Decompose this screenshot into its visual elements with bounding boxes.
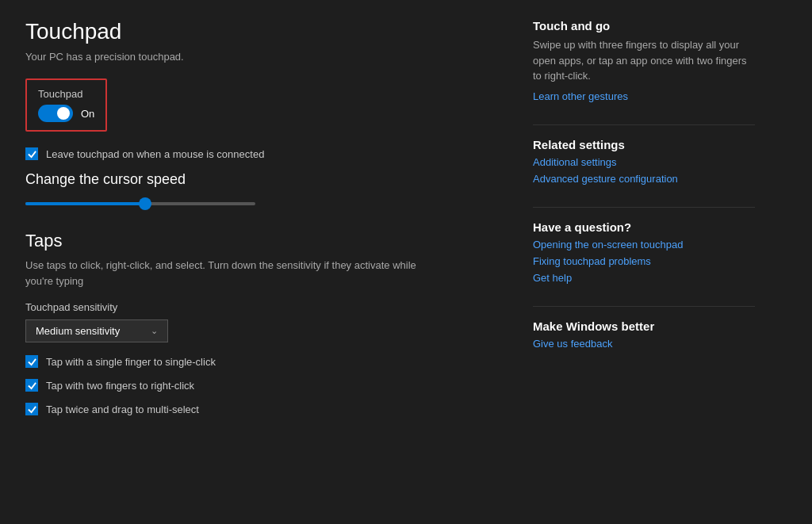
tap-twice-drag-checkbox[interactable]: [25, 403, 38, 415]
cursor-speed-slider-container: [25, 196, 255, 212]
tap-two-fingers-row: Tap with two fingers to right-click: [25, 379, 485, 392]
dropdown-arrow-icon: ⌄: [151, 326, 158, 336]
touch-and-go-description: Swipe up with three fingers to display a…: [533, 37, 755, 84]
taps-section-description: Use taps to click, right-click, and sele…: [25, 258, 422, 289]
slider-track: [25, 202, 255, 205]
touch-and-go-title: Touch and go: [533, 19, 755, 33]
taps-section: Taps Use taps to click, right-click, and…: [25, 231, 485, 415]
have-a-question-title: Have a question?: [533, 220, 755, 234]
sensitivity-label: Touchpad sensitivity: [25, 301, 485, 313]
tap-single-finger-label: Tap with a single finger to single-click: [46, 356, 216, 368]
taps-section-title: Taps: [25, 231, 485, 251]
divider-1: [533, 124, 755, 125]
slider-fill: [25, 202, 145, 205]
give-us-feedback-link[interactable]: Give us feedback: [533, 338, 755, 350]
toggle-thumb: [57, 107, 70, 120]
leave-touchpad-checkbox[interactable]: [25, 147, 38, 160]
additional-settings-link[interactable]: Additional settings: [533, 156, 755, 168]
touchpad-toggle-label: Touchpad: [38, 88, 94, 100]
related-settings-title: Related settings: [533, 138, 755, 151]
make-windows-better-title: Make Windows better: [533, 319, 755, 333]
advanced-gesture-config-link[interactable]: Advanced gesture configuration: [533, 173, 755, 185]
tap-single-finger-checkbox[interactable]: [25, 355, 38, 368]
tap-two-fingers-label: Tap with two fingers to right-click: [46, 380, 194, 392]
opening-on-screen-touchpad-link[interactable]: Opening the on-screen touchpad: [533, 239, 755, 251]
related-settings-section: Related settings Additional settings Adv…: [533, 138, 755, 185]
touch-and-go-section: Touch and go Swipe up with three fingers…: [533, 19, 755, 102]
page-subtitle: Your PC has a precision touchpad.: [25, 51, 485, 63]
touchpad-toggle[interactable]: [38, 105, 73, 122]
sensitivity-selected: Medium sensitivity: [36, 325, 120, 337]
have-a-question-section: Have a question? Opening the on-screen t…: [533, 220, 755, 284]
tap-twice-drag-row: Tap twice and drag to multi-select: [25, 403, 485, 415]
divider-2: [533, 207, 755, 208]
learn-other-gestures-link[interactable]: Learn other gestures: [533, 90, 755, 102]
tap-single-finger-row: Tap with a single finger to single-click: [25, 355, 485, 368]
slider-thumb[interactable]: [139, 197, 151, 210]
cursor-speed-section: Change the cursor speed: [25, 171, 485, 212]
touchpad-toggle-box: Touchpad On: [25, 78, 107, 132]
tap-twice-drag-label: Tap twice and drag to multi-select: [46, 404, 199, 415]
tap-two-fingers-checkbox[interactable]: [25, 379, 38, 392]
divider-3: [533, 306, 755, 307]
cursor-speed-title: Change the cursor speed: [25, 171, 485, 188]
fixing-touchpad-problems-link[interactable]: Fixing touchpad problems: [533, 255, 755, 267]
toggle-track: [38, 105, 73, 122]
sensitivity-dropdown[interactable]: Medium sensitivity ⌄: [25, 319, 168, 342]
leave-touchpad-row: Leave touchpad on when a mouse is connec…: [25, 147, 485, 160]
page-title: Touchpad: [25, 19, 485, 44]
get-help-link[interactable]: Get help: [533, 272, 755, 284]
right-panel: Touch and go Swipe up with three fingers…: [517, 19, 755, 505]
touchpad-toggle-row: On: [38, 105, 94, 122]
leave-touchpad-label: Leave touchpad on when a mouse is connec…: [46, 148, 264, 160]
make-windows-better-section: Make Windows better Give us feedback: [533, 319, 755, 350]
toggle-state-label: On: [81, 108, 94, 120]
left-panel: Touchpad Your PC has a precision touchpa…: [25, 19, 517, 505]
